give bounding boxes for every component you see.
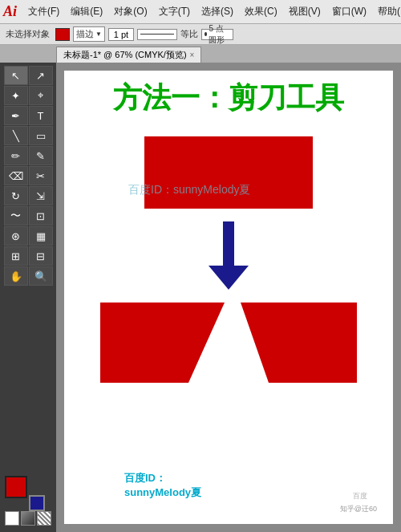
scissors-tool-btn[interactable]: ✂ <box>29 166 53 185</box>
tab-title: 未标题-1* @ 67% (CMYK/预览) <box>63 49 187 61</box>
tools-panel: ↖ ↗ ✦ ⌖ ✒ T ╲ ▭ ✏ ✎ ⌫ ✂ ↻ ⇲ 〜 ⊡ <box>0 63 56 532</box>
free-transform-icon: ⊡ <box>36 210 45 222</box>
fill-color-swatch[interactable] <box>5 476 27 498</box>
bottom-watermark-line1: 百度ID： <box>124 472 166 484</box>
pencil-icon: ✎ <box>36 150 45 162</box>
tool-row-7: ↻ ⇲ <box>2 186 55 205</box>
eraser-icon: ⌫ <box>9 170 23 182</box>
arrow-head <box>209 266 249 290</box>
rect-tool-btn[interactable]: ▭ <box>29 126 53 145</box>
artboard-icon: ⊞ <box>11 250 20 262</box>
warp-tool-btn[interactable]: 〜 <box>4 206 28 225</box>
warp-icon: 〜 <box>10 209 21 223</box>
paintbrush-icon: ✏ <box>11 150 20 162</box>
hand-icon: ✋ <box>10 270 22 282</box>
stroke-color-swatch[interactable] <box>29 495 45 511</box>
split-shape-canvas <box>100 303 357 383</box>
rect-icon: ▭ <box>36 130 46 142</box>
lasso-tool-btn[interactable]: ⌖ <box>29 86 53 105</box>
dot-label: 5 点圆形 <box>209 23 230 46</box>
document-tab[interactable]: 未标题-1* @ 67% (CMYK/预览) × <box>56 47 201 63</box>
menu-select[interactable]: 选择(S) <box>196 3 238 20</box>
zoom-tool-btn[interactable]: 🔍 <box>29 266 53 286</box>
app-logo: Ai <box>3 3 17 20</box>
right-red-shape <box>241 303 357 383</box>
tool-row-3: ✒ T <box>2 106 55 125</box>
no-selection-label: 未选择对象 <box>3 27 52 41</box>
pen-icon: ✒ <box>11 110 20 122</box>
eraser-tool-btn[interactable]: ⌫ <box>4 166 28 185</box>
tool-row-8: 〜 ⊡ <box>2 206 55 225</box>
stroke-width-input[interactable]: 1 pt <box>108 28 134 41</box>
tool-row-10: ⊞ ⊟ <box>2 246 55 266</box>
bottom-watermark-line2: sunnyMelody夏 <box>124 486 201 498</box>
pen-tool-btn[interactable]: ✒ <box>4 106 28 125</box>
gradient-swatch[interactable] <box>21 511 35 526</box>
svg-text:百度: 百度 <box>353 492 367 500</box>
menu-text[interactable]: 文字(T) <box>154 3 195 20</box>
menu-object[interactable]: 对象(O) <box>109 3 152 20</box>
line-inner <box>140 34 174 35</box>
bottom-watermark: 百度ID： sunnyMelody夏 <box>124 471 201 500</box>
zhihu-credit: 知乎@迁60 <box>340 504 377 514</box>
stroke-color-box[interactable] <box>55 28 70 41</box>
pencil-tool-btn[interactable]: ✎ <box>29 146 53 165</box>
tool-row-1: ↖ ↗ <box>2 66 55 85</box>
menu-help[interactable]: 帮助(H) <box>373 3 401 20</box>
menu-edit[interactable]: 编辑(E) <box>66 3 107 20</box>
color-mode-row <box>5 511 51 526</box>
symbol-icon: ⊛ <box>11 230 20 242</box>
baidu-icon: 百度 <box>353 486 377 502</box>
tool-row-2: ✦ ⌖ <box>2 86 55 105</box>
type-tool-btn[interactable]: T <box>29 106 53 125</box>
tab-close-button[interactable]: × <box>190 51 195 59</box>
magic-wand-tool-btn[interactable]: ✦ <box>4 86 28 105</box>
symbol-sprayer-btn[interactable]: ⊛ <box>4 226 28 246</box>
zoom-icon: 🔍 <box>34 270 47 282</box>
direct-selection-icon: ↗ <box>36 70 45 82</box>
direct-selection-tool-btn[interactable]: ↗ <box>29 66 53 85</box>
dot-preview: 5 点圆形 <box>201 29 233 40</box>
line-tool-btn[interactable]: ╲ <box>4 126 28 145</box>
menu-window[interactable]: 窗口(W) <box>327 3 371 20</box>
tool-row-5: ✏ ✎ <box>2 146 55 165</box>
stroke-type-label: 描边 <box>76 28 94 40</box>
free-transform-btn[interactable]: ⊡ <box>29 206 53 225</box>
tab-bar: 未标题-1* @ 67% (CMYK/预览) × <box>0 45 401 63</box>
arrow-down <box>209 221 249 290</box>
baidu-logo: 百度 知乎@迁60 <box>340 486 377 514</box>
scale-icon: ⇲ <box>36 190 45 202</box>
graph-icon: ▦ <box>36 230 46 242</box>
rotate-tool-btn[interactable]: ↻ <box>4 186 28 205</box>
swatch-container <box>5 476 38 505</box>
paintbrush-tool-btn[interactable]: ✏ <box>4 146 28 165</box>
column-graph-btn[interactable]: ▦ <box>29 226 53 246</box>
magic-wand-icon: ✦ <box>11 90 20 102</box>
line-icon: ╲ <box>13 130 19 142</box>
menu-bar: Ai 文件(F) 编辑(E) 对象(O) 文字(T) 选择(S) 效果(C) 视… <box>0 0 401 24</box>
menu-file[interactable]: 文件(F) <box>23 3 64 20</box>
scale-tool-btn[interactable]: ⇲ <box>29 186 53 205</box>
type-icon: T <box>38 110 44 122</box>
scissors-icon: ✂ <box>36 170 45 182</box>
dot-inner <box>205 32 207 36</box>
ratio-label: 等比 <box>180 28 198 40</box>
stroke-type-dropdown[interactable]: 描边 ▼ <box>73 26 105 42</box>
dropdown-arrow-icon: ▼ <box>95 30 102 38</box>
none-color-swatch[interactable] <box>5 511 19 526</box>
tool-row-4: ╲ ▭ <box>2 126 55 145</box>
menu-effect[interactable]: 效果(C) <box>240 3 282 20</box>
arrow-shaft <box>223 221 234 266</box>
menu-view[interactable]: 视图(V) <box>284 3 326 20</box>
hand-tool-btn[interactable]: ✋ <box>4 266 28 286</box>
selection-tool-btn[interactable]: ↖ <box>4 66 28 85</box>
pattern-swatch[interactable] <box>37 511 51 526</box>
artboard-btn[interactable]: ⊞ <box>4 246 28 266</box>
canvas-title: 方法一：剪刀工具 <box>113 79 344 118</box>
slice-btn[interactable]: ⊟ <box>29 246 53 266</box>
line-preview <box>137 29 177 40</box>
tool-row-11: ✋ 🔍 <box>2 266 55 286</box>
lasso-icon: ⌖ <box>38 89 43 102</box>
tool-row-6: ⌫ ✂ <box>2 166 55 185</box>
tool-row-9: ⊛ ▦ <box>2 226 55 246</box>
